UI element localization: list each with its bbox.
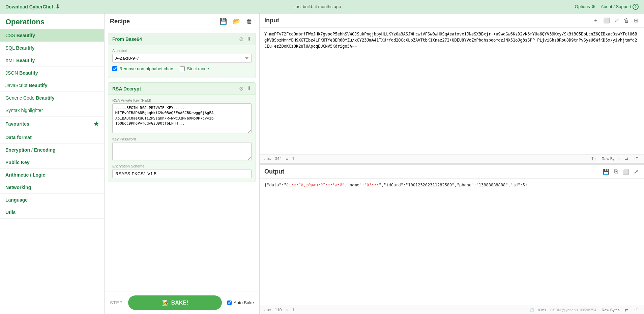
output-arrow-icon: ⇄ bbox=[625, 308, 628, 312]
sidebar-title: Operations bbox=[0, 14, 104, 29]
input-lf-button[interactable]: LF bbox=[632, 156, 639, 161]
strict-mode-checkbox[interactable] bbox=[180, 66, 185, 71]
io-panels: Input ＋ ⬜ ⤢ 🗑 ⊞ Y+mePFv72FcqOmbrfFWeJHk7… bbox=[260, 14, 644, 314]
input-panel: Input ＋ ⬜ ⤢ 🗑 ⊞ Y+mePFv72FcqOmbrfFWeJHk7… bbox=[260, 14, 644, 163]
bake-label: BAKE! bbox=[171, 300, 188, 306]
alphabet-label: Alphabet bbox=[112, 49, 252, 53]
sidebar-item-sql-beautify[interactable]: SQL Beautify bbox=[0, 42, 104, 54]
main-layout: Operations CSS Beautify SQL Beautify XML… bbox=[0, 14, 644, 314]
sidebar-item-xml-beautify[interactable]: XML Beautify bbox=[0, 54, 104, 67]
rsa-pause-icon[interactable]: ⏸ bbox=[246, 85, 252, 92]
encryption-scheme-label: Encryption Scheme bbox=[112, 164, 252, 168]
recipe-header-icons: 💾 📂 🗑 bbox=[218, 17, 254, 26]
recipe-save-button[interactable]: 💾 bbox=[218, 17, 228, 26]
sidebar-item-css-beautify[interactable]: CSS Beautify bbox=[0, 29, 104, 42]
recipe-card-from-base64: From Base64 ⊘ ⏸ Alphabet A-Za-z0-9+/= bbox=[108, 33, 256, 78]
pem-label: RSA Private Key (PEM) bbox=[112, 98, 252, 102]
sidebar-item-label: SQL Beautify bbox=[5, 45, 35, 51]
topbar-right: Options ⚙ About / Support ? bbox=[575, 4, 639, 10]
auto-bake-text: Auto Bake bbox=[234, 300, 254, 305]
input-textarea[interactable]: Y+mePFv72FcqOmbrfFWeJHk7gvpoP5ehhSVWGJSu… bbox=[260, 28, 644, 154]
sidebar-section-arithmetic-logic[interactable]: Arithmetic / Logic bbox=[0, 169, 104, 181]
output-copy-button[interactable]: ⎘ bbox=[613, 168, 619, 175]
output-lf-button[interactable]: LF bbox=[632, 307, 639, 313]
time-value: 10ms bbox=[537, 308, 546, 312]
sidebar-item-generic-beautify[interactable]: Generic Code Beautify bbox=[0, 92, 104, 104]
pem-textarea[interactable]: -----BEGIN RSA PRIVATE KEY----- MIIEvQIB… bbox=[112, 103, 252, 133]
language-label: Language bbox=[5, 197, 28, 203]
key-password-label: Key Password bbox=[112, 137, 252, 141]
input-raw-bytes-button[interactable]: Raw Bytes bbox=[601, 156, 621, 161]
encryption-encoding-label: Encryption / Encoding bbox=[5, 147, 56, 153]
time-info: 🕐 10ms bbox=[530, 308, 546, 312]
data-format-label: Data format bbox=[5, 135, 32, 140]
pause-icon[interactable]: ⏸ bbox=[246, 36, 252, 42]
sidebar-section-utils[interactable]: Utils bbox=[0, 206, 104, 219]
recipe-trash-button[interactable]: 🗑 bbox=[245, 17, 254, 26]
input-footer-right: T↕ Raw Bytes ⇄ LF bbox=[591, 156, 639, 161]
output-raw-bytes-button[interactable]: Raw Bytes bbox=[601, 307, 621, 313]
key-password-textarea[interactable] bbox=[112, 142, 252, 160]
input-line-count: 344 bbox=[275, 156, 282, 161]
output-save-button[interactable]: 💾 bbox=[602, 168, 611, 176]
options-link[interactable]: Options ⚙ bbox=[575, 4, 595, 9]
input-bar-icon: ≡ bbox=[286, 156, 288, 161]
sidebar-section-data-format[interactable]: Data format bbox=[0, 131, 104, 144]
recipe-card-rsa-body: RSA Private Key (PEM) -----BEGIN RSA PRI… bbox=[108, 95, 256, 182]
sidebar-section-encryption-encoding[interactable]: Encryption / Encoding bbox=[0, 144, 104, 156]
sidebar-item-label: CSS Beautify bbox=[5, 33, 35, 38]
sidebar-section-public-key[interactable]: Public Key bbox=[0, 156, 104, 169]
sidebar-item-js-beautify[interactable]: JavaScript Beautify bbox=[0, 79, 104, 92]
input-add-button[interactable]: ＋ bbox=[592, 16, 599, 25]
options-label: Options bbox=[575, 4, 590, 9]
output-char-count: 1 bbox=[292, 308, 294, 312]
recipe-card-from-base64-actions: ⊘ ⏸ bbox=[239, 36, 252, 42]
sidebar-item-json-beautify[interactable]: JSON Beautify bbox=[0, 67, 104, 79]
alphabet-select[interactable]: A-Za-z0-9+/= bbox=[112, 54, 252, 63]
output-content: {"data":"éi•æ•¨ä,æ®µæµ•è¯•æ•°æ•®","name"… bbox=[260, 179, 644, 306]
download-section[interactable]: Download CyberChef ⬇ bbox=[5, 3, 60, 10]
input-clear-button[interactable]: 🗑 bbox=[623, 17, 630, 24]
recipe-open-button[interactable]: 📂 bbox=[232, 17, 242, 26]
encryption-scheme-input[interactable] bbox=[112, 169, 252, 178]
star-icon: ★ bbox=[93, 120, 99, 128]
output-name-value: å°••• bbox=[367, 183, 379, 187]
bake-area: STEP 👨‍🍳 BAKE! Auto Bake bbox=[105, 291, 259, 314]
input-panel-footer: abc 344 ≡ 1 T↕ Raw Bytes ⇄ LF bbox=[260, 154, 644, 163]
sidebar-item-syntax-highlighter[interactable]: Syntax highlighter bbox=[0, 104, 104, 117]
input-grid-button[interactable]: ⊞ bbox=[633, 17, 639, 24]
rsa-disable-icon[interactable]: ⊘ bbox=[239, 85, 243, 92]
input-title: Input bbox=[264, 17, 279, 24]
input-window-button[interactable]: ⬜ bbox=[602, 17, 611, 24]
auto-bake-label[interactable]: Auto Bake bbox=[227, 300, 254, 305]
disable-icon[interactable]: ⊘ bbox=[239, 36, 243, 42]
output-text-middle: ","name":" bbox=[342, 183, 367, 187]
build-status: Last build: 4 months ago bbox=[293, 4, 341, 9]
input-pop-out-button[interactable]: ⤢ bbox=[614, 17, 620, 24]
recipe-card-rsa-actions: ⊘ ⏸ bbox=[239, 85, 252, 92]
output-text-suffix: ","idCard":"100123202311282589","phone":… bbox=[379, 183, 528, 187]
strict-mode-label[interactable]: Strict mode bbox=[180, 66, 209, 71]
output-panel-footer: abc 110 ≡ 1 🕐 10ms CSDN @yonehu_03598754… bbox=[260, 306, 644, 314]
sidebar-item-label: Generic Code Beautify bbox=[5, 95, 55, 101]
sidebar-section-language[interactable]: Language bbox=[0, 194, 104, 206]
remove-nonalpha-label[interactable]: Remove non-alphabet chars bbox=[112, 66, 174, 71]
bake-button[interactable]: 👨‍🍳 BAKE! bbox=[128, 295, 222, 310]
download-icon: ⬇ bbox=[55, 3, 60, 10]
sidebar: Operations CSS Beautify SQL Beautify XML… bbox=[0, 14, 105, 314]
output-char-icon: abc bbox=[264, 308, 271, 312]
input-char-count: 1 bbox=[292, 156, 294, 161]
auto-bake-checkbox[interactable] bbox=[227, 300, 232, 305]
sidebar-section-networking[interactable]: Networking bbox=[0, 181, 104, 194]
output-window-button[interactable]: ⬜ bbox=[621, 168, 630, 176]
bake-icon: 👨‍🍳 bbox=[162, 299, 169, 306]
output-fullscreen-button[interactable]: ⤢ bbox=[633, 168, 639, 176]
recipe-panel: Recipe 💾 📂 🗑 From Base64 ⊘ ⏸ Alphabet bbox=[105, 14, 260, 314]
about-link[interactable]: About / Support ? bbox=[601, 4, 639, 10]
remove-nonalpha-checkbox[interactable] bbox=[112, 66, 117, 71]
recipe-card-from-base64-body: Alphabet A-Za-z0-9+/= Remove non-alphabe… bbox=[108, 45, 256, 78]
sidebar-section-favourites[interactable]: Favourites ★ bbox=[0, 117, 104, 131]
output-text-prefix: {"data":" bbox=[264, 183, 286, 187]
sidebar-item-label: XML Beautify bbox=[5, 58, 35, 63]
output-footer-right: 🕐 10ms CSDN @yonehu_03598754 Raw Bytes ⇄… bbox=[530, 307, 639, 313]
